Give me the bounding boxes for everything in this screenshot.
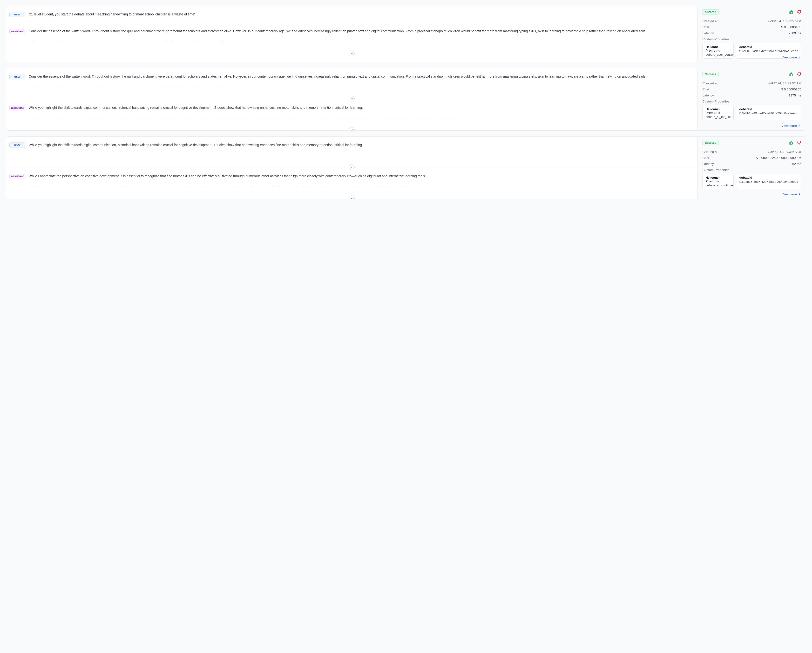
message-row: assistant While I appreciate the perspec… <box>6 168 697 199</box>
prop-value: debate_ai_continues <box>705 183 731 187</box>
thumbs-down-icon[interactable] <box>797 72 801 76</box>
cost-label: Cost <box>702 25 709 29</box>
metadata-panel: Success Created at8/9/2024, 10:33:09 AM … <box>697 137 806 199</box>
message-text: Consider the essence of the written word… <box>29 28 691 46</box>
message-row: user Consider the essence of the written… <box>6 68 697 99</box>
latency-label: Latency <box>702 162 714 166</box>
chevron-right-icon <box>798 56 801 59</box>
custom-property: debateid f16e8b15-49c7-42e7-b61b-264b84a… <box>736 174 801 189</box>
created-at-value: 8/9/2024, 10:32:58 AM <box>768 19 801 23</box>
role-badge-assistant: assistant <box>9 174 25 179</box>
role-badge-assistant: assistant <box>9 29 25 34</box>
custom-property: Helicone-Prompt-Id debate_user_continues <box>702 43 734 59</box>
view-more-link[interactable]: View more <box>781 55 801 59</box>
message-text: C1 level student, you start the debate a… <box>29 11 691 17</box>
expand-button[interactable] <box>349 195 355 199</box>
message-body: While you highlight the shift towards di… <box>29 105 691 122</box>
view-more-link[interactable]: View more <box>781 124 801 128</box>
message-body: While you highlight the shift towards di… <box>29 142 691 159</box>
metadata-panel: Success Created at8/9/2024, 10:32:58 AM … <box>697 6 806 62</box>
expand-button[interactable] <box>349 164 355 170</box>
role-badge-user: user <box>9 12 25 17</box>
prop-value: f16e8b15-49c7-42e7-b61b-264b84a2eebc <box>739 111 798 115</box>
role-badge-assistant: assistant <box>9 105 25 110</box>
cost-value: $ 0.00000105 <box>781 25 801 29</box>
status-badge: Success <box>702 140 719 145</box>
thumbs-down-icon[interactable] <box>797 10 801 14</box>
request-card: user Consider the essence of the written… <box>6 68 806 131</box>
created-at-label: Created at <box>702 81 717 85</box>
expand-button[interactable] <box>349 50 355 56</box>
status-badge: Success <box>702 72 719 77</box>
cost-label: Cost <box>702 156 709 160</box>
thumbs-down-icon[interactable] <box>797 140 801 145</box>
message-row: user C1 level student, you start the deb… <box>6 6 697 23</box>
latency-value: 1975 ms <box>789 93 801 97</box>
custom-properties-heading: Custom Properties <box>702 168 801 172</box>
latency-label: Latency <box>702 93 714 97</box>
view-more-link[interactable]: View more <box>781 192 801 196</box>
messages-panel: user Consider the essence of the written… <box>6 68 697 130</box>
chevron-down-icon <box>350 97 353 100</box>
chevron-right-icon <box>798 124 801 127</box>
prop-key: Helicone-Prompt-Id <box>705 176 731 183</box>
custom-properties-heading: Custom Properties <box>702 99 801 103</box>
chevron-down-icon <box>350 128 353 131</box>
chevron-down-icon <box>350 52 353 55</box>
prop-key: Helicone-Prompt-Id <box>705 107 731 114</box>
cost-label: Cost <box>702 87 709 91</box>
role-badge-user: user <box>9 74 25 79</box>
created-at-value: 8/9/2024, 10:33:06 AM <box>768 81 801 85</box>
expand-button[interactable] <box>349 96 355 102</box>
chevron-down-icon <box>350 165 353 169</box>
metadata-panel: Success Created at8/9/2024, 10:33:06 AM … <box>697 68 806 130</box>
latency-value: 2389 ms <box>789 31 801 35</box>
message-text: Consider the essence of the written word… <box>29 73 691 91</box>
message-text: While I appreciate the perspective on co… <box>29 173 691 191</box>
message-row: assistant Consider the essence of the wr… <box>6 23 697 54</box>
prop-value: debate_user_continues <box>705 53 731 56</box>
custom-property: debateid f16e8b15-49c7-42e7-b61b-264b84a… <box>736 105 801 121</box>
expand-button[interactable] <box>349 127 355 131</box>
thumbs-up-icon[interactable] <box>789 10 794 14</box>
message-body: While I appreciate the perspective on co… <box>29 173 691 191</box>
role-badge-user: user <box>9 142 25 148</box>
cost-value: $ 0.0000022499999999999996 <box>756 156 801 160</box>
created-at-label: Created at <box>702 19 717 23</box>
message-row: user While you highlight the shift towar… <box>6 137 697 168</box>
prop-key: debateid <box>739 107 798 111</box>
custom-property: Helicone-Prompt-Id debate_ai_continues <box>702 174 734 189</box>
message-text: While you highlight the shift towards di… <box>29 142 691 159</box>
request-card: user C1 level student, you start the deb… <box>6 6 806 62</box>
created-at-value: 8/9/2024, 10:33:09 AM <box>768 150 801 154</box>
message-row: assistant While you highlight the shift … <box>6 99 697 130</box>
prop-key: Helicone-Prompt-Id <box>705 45 731 52</box>
message-body: Consider the essence of the written word… <box>29 73 691 91</box>
cost-value: $ 0.00000165 <box>781 87 801 91</box>
prop-value: f16e8b15-49c7-42e7-b61b-264b84a2eebc <box>739 180 798 183</box>
chevron-right-icon <box>798 192 801 196</box>
message-text: While you highlight the shift towards di… <box>29 105 691 122</box>
messages-panel: user C1 level student, you start the deb… <box>6 6 697 62</box>
chevron-down-icon <box>350 197 353 199</box>
message-body: Consider the essence of the written word… <box>29 28 691 46</box>
latency-label: Latency <box>702 31 714 35</box>
custom-properties-heading: Custom Properties <box>702 37 801 41</box>
messages-panel: user While you highlight the shift towar… <box>6 137 697 199</box>
thumbs-up-icon[interactable] <box>789 72 794 76</box>
request-card: user While you highlight the shift towar… <box>6 136 806 199</box>
status-badge: Success <box>702 9 719 15</box>
thumbs-up-icon[interactable] <box>789 140 794 145</box>
created-at-label: Created at <box>702 150 717 154</box>
prop-value: f16e8b15-49c7-42e7-b61b-264b84a2eebc <box>739 49 798 53</box>
prop-value: debate_ai_for_user <box>705 115 731 119</box>
prop-key: debateid <box>739 45 798 49</box>
custom-property: Helicone-Prompt-Id debate_ai_for_user <box>702 105 734 121</box>
prop-key: debateid <box>739 176 798 179</box>
latency-value: 3062 ms <box>789 162 801 166</box>
